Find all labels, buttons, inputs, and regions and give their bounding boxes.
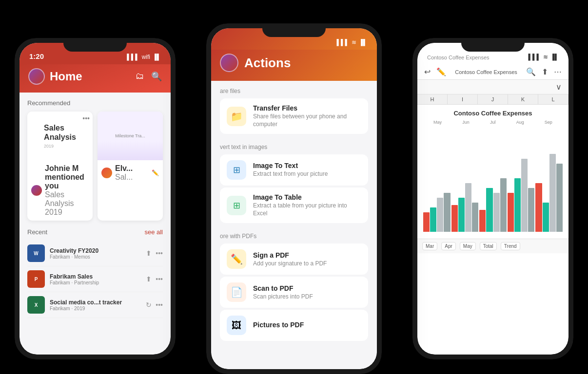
image-to-table-title: Image To Table bbox=[253, 193, 361, 201]
action-image-to-text-text: Image To Text Extract text from your pic… bbox=[253, 162, 328, 178]
footer-trend[interactable]: Trend bbox=[501, 242, 520, 250]
upload-icon-1[interactable]: ⬆ bbox=[146, 249, 152, 257]
card-footer-sales: Johnie M mentioned you Sales Analysis 20… bbox=[27, 160, 93, 221]
scan-pdf-icon: 📄 bbox=[231, 286, 243, 298]
bar-darkgray-sep bbox=[556, 164, 563, 232]
actions-header: Actions bbox=[211, 50, 377, 81]
col-H: H bbox=[417, 94, 448, 104]
chevron-down-icon[interactable]: ∨ bbox=[556, 82, 562, 92]
pictures-pdf-icon-wrap: 🖼 bbox=[227, 316, 246, 335]
card-sales[interactable]: SalesAnalysis 2019 ••• Johnie M mentione… bbox=[27, 112, 93, 221]
transfer-title: Transfer Files bbox=[253, 104, 361, 112]
more-icon-1[interactable]: ••• bbox=[156, 249, 163, 257]
wifi-icon-mid: ≋ bbox=[352, 39, 356, 46]
actions-body: are files 📁 Transfer Files Share files b… bbox=[211, 81, 377, 369]
bar-group-jun bbox=[451, 183, 479, 232]
avatar bbox=[28, 68, 45, 85]
see-all-link[interactable]: see all bbox=[144, 228, 163, 236]
screen-left: 1:20 ▌▌▌ wifi ▐▌ Home 🗂 🔍 Recommended bbox=[20, 43, 171, 355]
bar-red-jun bbox=[451, 205, 458, 232]
battery-icon: ▐▌ bbox=[153, 54, 161, 60]
sync-icon-3[interactable]: ↻ bbox=[146, 301, 152, 309]
card-avatar-2 bbox=[101, 168, 112, 178]
bar-gray-aug bbox=[521, 159, 528, 232]
card-avatar bbox=[31, 185, 42, 196]
folder-icon[interactable]: 🗂 bbox=[136, 71, 144, 82]
footer-apr[interactable]: Apr bbox=[441, 242, 456, 250]
section-pdf: ore with PDFs ✏️ Sign a PDF Add your sig… bbox=[211, 226, 377, 344]
chart-area: Contoso Coffee Expenses May Jun Jul Aug … bbox=[417, 105, 568, 239]
chart-title: Contoso Coffee Expenses bbox=[423, 110, 563, 117]
footer-total[interactable]: Total bbox=[480, 242, 497, 250]
file-item-1[interactable]: W Creativity FY2020 Fabrikam · Memos ⬆ •… bbox=[27, 241, 163, 266]
bar-darkgray-aug bbox=[528, 188, 534, 232]
action-image-to-table[interactable]: ⊞ Image To Table Extract a table from yo… bbox=[220, 187, 368, 223]
transfer-icon-wrap: 📁 bbox=[227, 107, 246, 126]
card-dots-icon[interactable]: ••• bbox=[82, 114, 90, 122]
footer-may[interactable]: May bbox=[460, 242, 476, 250]
image-to-text-icon: ⊞ bbox=[233, 165, 240, 175]
col-headers: H I J K L bbox=[417, 94, 568, 105]
share-icon[interactable]: ⬆ bbox=[542, 67, 548, 76]
edit-icon[interactable]: ✏️ bbox=[436, 67, 446, 76]
signal-icon: ▌▌▌ bbox=[127, 54, 139, 60]
file-name-2: Fabrikam Sales bbox=[50, 273, 141, 280]
search-icon-right[interactable]: 🔍 bbox=[526, 67, 536, 76]
signal-icon-mid: ▌▌▌ bbox=[336, 39, 349, 46]
image-to-text-icon-wrap: ⊞ bbox=[227, 160, 246, 180]
notch-right bbox=[461, 38, 525, 52]
screen-right: Contoso Coffee Expenses ▌▌▌ ≋ ▐▌ ↩ ✏️ Co… bbox=[417, 43, 568, 355]
more-icon-3[interactable]: ••• bbox=[156, 301, 163, 309]
excel-footer: Mar Apr May Total Trend bbox=[417, 239, 568, 253]
scan-pdf-icon-wrap: 📄 bbox=[227, 282, 246, 302]
month-aug: Aug bbox=[516, 120, 524, 125]
more-icon-2[interactable]: ••• bbox=[156, 275, 163, 283]
section-label-convert: vert text in images bbox=[220, 144, 368, 150]
home-header-actions: 🗂 🔍 bbox=[136, 71, 162, 82]
action-scan-pdf-text: Scan to PDF Scan pictures into PDF bbox=[253, 284, 313, 301]
chart-bars bbox=[423, 127, 563, 234]
upload-icon-2[interactable]: ⬆ bbox=[146, 275, 152, 283]
excel-status-icons: ▌▌▌ ≋ ▐▌ bbox=[528, 54, 559, 60]
bar-gray-jun bbox=[465, 183, 471, 232]
card-preview-milestone: Milestone Tra... bbox=[98, 112, 163, 160]
excel-icon: X bbox=[27, 296, 45, 314]
undo-icon[interactable]: ↩ bbox=[424, 67, 431, 76]
bar-darkgray-may bbox=[444, 193, 450, 232]
sign-pdf-sub: Add your signature to a PDF bbox=[253, 260, 327, 268]
action-transfer[interactable]: 📁 Transfer Files Share files between you… bbox=[220, 98, 368, 134]
excel-status-title: Contoso Coffee Expenses bbox=[427, 55, 490, 60]
action-scan-pdf[interactable]: 📄 Scan to PDF Scan pictures into PDF bbox=[220, 277, 368, 308]
action-image-to-text[interactable]: ⊞ Image To Text Extract text from your p… bbox=[220, 154, 368, 186]
file-item-3[interactable]: X Social media co...t tracker Fabrikam ·… bbox=[27, 292, 163, 318]
bar-gray-jul bbox=[493, 193, 500, 232]
bar-red-jul bbox=[479, 210, 486, 232]
bar-teal-jul bbox=[486, 188, 492, 232]
sign-pdf-icon: ✏️ bbox=[231, 253, 243, 265]
search-icon[interactable]: 🔍 bbox=[151, 71, 162, 82]
card-sub: Sales Analysis 2019 bbox=[45, 190, 89, 217]
bar-group-jul bbox=[479, 178, 507, 232]
card-preview-sales: SalesAnalysis 2019 ••• bbox=[27, 112, 93, 160]
transfer-icon: 📁 bbox=[231, 111, 243, 122]
pencil-icon: ✏️ bbox=[152, 169, 159, 176]
card-milestone[interactable]: Milestone Tra... Elv... Sal... ✏️ bbox=[98, 112, 163, 221]
card-footer-milestone: Elv... Sal... ✏️ bbox=[98, 160, 163, 186]
more-icon-right[interactable]: ⋯ bbox=[554, 67, 562, 76]
bar-teal-sep bbox=[543, 203, 549, 232]
file-sub-3: Fabrikam · 2019 bbox=[50, 306, 141, 311]
bar-group-aug bbox=[508, 159, 535, 232]
action-sign-pdf[interactable]: ✏️ Sign a PDF Add your signature to a PD… bbox=[220, 243, 368, 275]
formula-bar: ∨ bbox=[417, 80, 568, 94]
file-item-2[interactable]: P Fabrikam Sales Fabrikam · Partnership … bbox=[27, 266, 163, 292]
excel-doc-title: Contoso Coffee Expenses bbox=[446, 69, 526, 75]
bar-teal-may bbox=[430, 207, 436, 232]
recent-label: Recent bbox=[27, 228, 47, 236]
footer-mar[interactable]: Mar bbox=[422, 242, 437, 250]
month-may: May bbox=[433, 120, 442, 125]
notch-left bbox=[63, 38, 127, 52]
action-pictures-to-pdf[interactable]: 🖼 Pictures to PDF bbox=[220, 310, 368, 341]
file-info-2: Fabrikam Sales Fabrikam · Partnership bbox=[50, 273, 141, 285]
month-jul: Jul bbox=[490, 120, 496, 125]
file-info-3: Social media co...t tracker Fabrikam · 2… bbox=[50, 299, 141, 311]
